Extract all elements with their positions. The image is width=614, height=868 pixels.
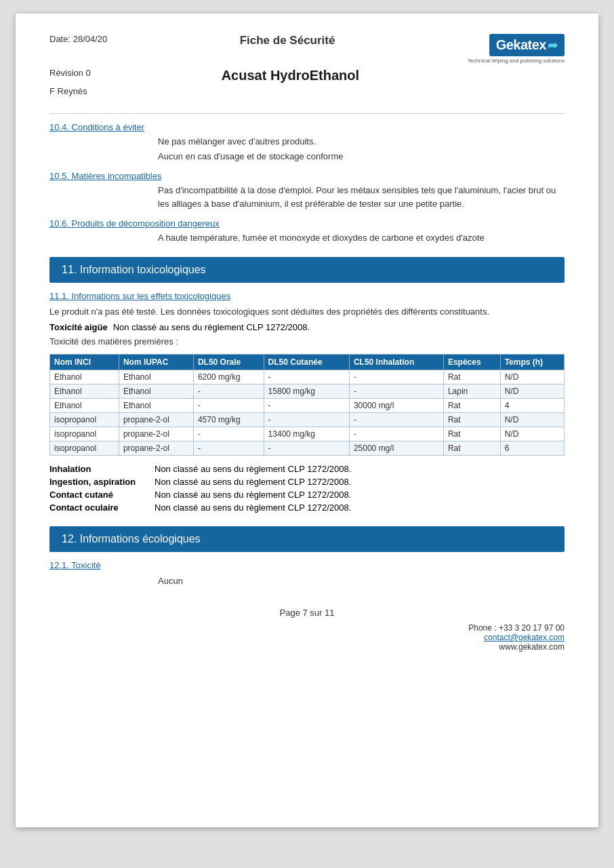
table-cell: - <box>264 370 349 384</box>
logo-tagline: Technical Wiping and polishing solutions <box>468 58 565 64</box>
table-cell: isopropanol <box>50 412 119 427</box>
logo-icon: ➦ <box>548 38 558 53</box>
section-12-1-link[interactable]: 12.1. Toxicité <box>49 560 565 570</box>
table-cell: 6 <box>500 441 564 455</box>
tox-entry-row: InhalationNon classé au sens du règlemen… <box>49 464 565 474</box>
document-page: Date: 28/04/20 Fiche de Sécurité Gekatex… <box>16 14 598 827</box>
tox-entry-row: Contact cutanéNon classé au sens du règl… <box>49 490 565 500</box>
fiche-title: Fiche de Sécurité <box>107 34 468 47</box>
table-cell: - <box>264 441 349 455</box>
table-cell: Rat <box>443 398 500 412</box>
s10-4-line2: Aucun en cas d'usage et de stockage conf… <box>158 150 565 163</box>
section-11-title: 11. Information toxicologiques <box>62 264 206 275</box>
table-cell: N/D <box>500 427 564 441</box>
table-row: isopropanolpropane-2-ol4570 mg/kg--RatN/… <box>50 412 565 427</box>
acute-tox-row: Toxicité aigüe Non classé au sens du règ… <box>49 322 565 332</box>
table-cell: Ethanol <box>50 370 119 384</box>
table-cell: isopropanol <box>50 441 119 455</box>
col-temps: Temps (h) <box>500 354 564 370</box>
table-cell: Ethanol <box>119 384 193 398</box>
tox-entry-value: Non classé au sens du règlement CLP 1272… <box>155 477 351 487</box>
table-cell: - <box>264 412 349 427</box>
table-cell: propane-2-ol <box>119 427 193 441</box>
s12-1-text: Aucun <box>158 574 565 588</box>
s10-4-line1: Ne pas mélanger avec d'autres produits. <box>158 135 565 149</box>
table-cell: N/D <box>500 384 564 398</box>
tox-entry-row: Contact oculaireNon classé au sens du rè… <box>49 502 565 513</box>
tox-entry-value: Non classé au sens du règlement CLP 1272… <box>155 502 351 513</box>
acute-value: Non classé au sens du règlement CLP 1272… <box>113 322 310 332</box>
page-label: Page 7 sur 11 <box>280 608 335 618</box>
tox-entry-label: Inhalation <box>49 464 155 474</box>
table-cell: Rat <box>443 412 500 427</box>
section-10-5-link[interactable]: 10.5. Matières incompatibles <box>49 171 565 181</box>
section-10-5-content: Pas d'incompatibilité à la dose d'emploi… <box>158 184 565 210</box>
table-cell: 4 <box>500 398 564 412</box>
author-label: F Reynès <box>49 86 565 96</box>
header: Date: 28/04/20 Fiche de Sécurité Gekatex… <box>49 34 565 114</box>
col-cl50-inhalation: CL50 Inhalation <box>349 354 443 370</box>
s10-6-text: A haute température, fumée et monoxyde e… <box>158 231 565 245</box>
logo-area: Gekatex ➦ Technical Wiping and polishing… <box>468 34 565 64</box>
tox-entry-label: Contact oculaire <box>49 502 155 513</box>
col-nom-inci: Nom INCI <box>50 354 119 370</box>
section-10-6-link[interactable]: 10.6. Produits de décomposition dangereu… <box>49 218 565 229</box>
table-cell: Lapin <box>443 384 500 398</box>
table-cell: propane-2-ol <box>119 412 193 427</box>
tox-entry-value: Non classé au sens du règlement CLP 1272… <box>155 490 351 500</box>
revision-label: Révision 0 <box>49 68 91 78</box>
table-cell: 15800 mg/kg <box>264 384 349 398</box>
tox-entry-label: Contact cutané <box>49 490 155 500</box>
table-row: EthanolEthanol--30000 mg/lRat4 <box>50 398 565 412</box>
table-cell: N/D <box>500 370 564 384</box>
product-title: Acusat HydroEthanol <box>222 68 359 83</box>
table-cell: 13400 mg/kg <box>264 427 349 441</box>
table-cell: Ethanol <box>119 398 193 412</box>
section-12-header: 12. Informations écologiques <box>49 526 565 552</box>
table-cell: - <box>193 384 264 398</box>
table-cell: Ethanol <box>119 370 193 384</box>
table-cell: - <box>193 441 264 455</box>
section-12-1-content: Aucun <box>158 574 565 588</box>
tox-entry-row: Ingestion, aspirationNon classé au sens … <box>49 477 565 487</box>
table-cell: 4570 mg/kg <box>193 412 264 427</box>
toxicity-table: Nom INCI Nom IUPAC DL50 Orale DL50 Cutan… <box>49 354 565 456</box>
table-cell: isopropanol <box>50 427 119 441</box>
table-row: EthanolEthanol6200 mg/kg--RatN/D <box>50 370 565 384</box>
acute-label: Toxicité aigüe <box>49 322 108 332</box>
footer-phone: Phone : +33 3 20 17 97 00 <box>49 623 565 633</box>
footer-page: Page 7 sur 11 <box>49 608 565 618</box>
footer-email[interactable]: contact@gekatex.com <box>484 633 565 642</box>
tox-entries: InhalationNon classé au sens du règlemen… <box>49 464 565 513</box>
table-cell: - <box>349 427 443 441</box>
header-left: Date: 28/04/20 <box>49 34 107 44</box>
section-11-1-link[interactable]: 11.1. Informations sur les effets toxico… <box>49 291 565 301</box>
table-header-row: Nom INCI Nom IUPAC DL50 Orale DL50 Cutan… <box>50 354 565 370</box>
footer-contact: Phone : +33 3 20 17 97 00 contact@gekate… <box>49 623 565 652</box>
table-cell: - <box>193 398 264 412</box>
section-10-4-content: Ne pas mélanger avec d'autres produits. … <box>158 135 565 163</box>
table-cell: Ethanol <box>50 384 119 398</box>
s10-5-text: Pas d'incompatibilité à la dose d'emploi… <box>158 184 565 210</box>
table-row: isopropanolpropane-2-ol--25000 mg/lRat6 <box>50 441 565 455</box>
table-cell: 30000 mg/l <box>349 398 443 412</box>
table-cell: Rat <box>443 441 500 455</box>
col-especes: Espèces <box>443 354 500 370</box>
date-label: Date: 28/04/20 <box>49 34 107 44</box>
tox-entry-value: Non classé au sens du règlement CLP 1272… <box>155 464 351 474</box>
table-cell: Ethanol <box>50 398 119 412</box>
table-cell: Rat <box>443 370 500 384</box>
table-cell: - <box>264 398 349 412</box>
table-cell: propane-2-ol <box>119 441 193 455</box>
table-cell: - <box>349 370 443 384</box>
section-12-title: 12. Informations écologiques <box>62 533 201 545</box>
table-cell: 6200 mg/kg <box>193 370 264 384</box>
col-dl50-orale: DL50 Orale <box>193 354 264 370</box>
table-cell: N/D <box>500 412 564 427</box>
table-cell: 25000 mg/l <box>349 441 443 455</box>
section-11-header: 11. Information toxicologiques <box>49 257 565 283</box>
col-nom-iupac: Nom IUPAC <box>119 354 193 370</box>
table-row: EthanolEthanol-15800 mg/kg-LapinN/D <box>50 384 565 398</box>
section-10-4-link[interactable]: 10.4. Conditions à éviter <box>49 122 565 132</box>
table-cell: Rat <box>443 427 500 441</box>
